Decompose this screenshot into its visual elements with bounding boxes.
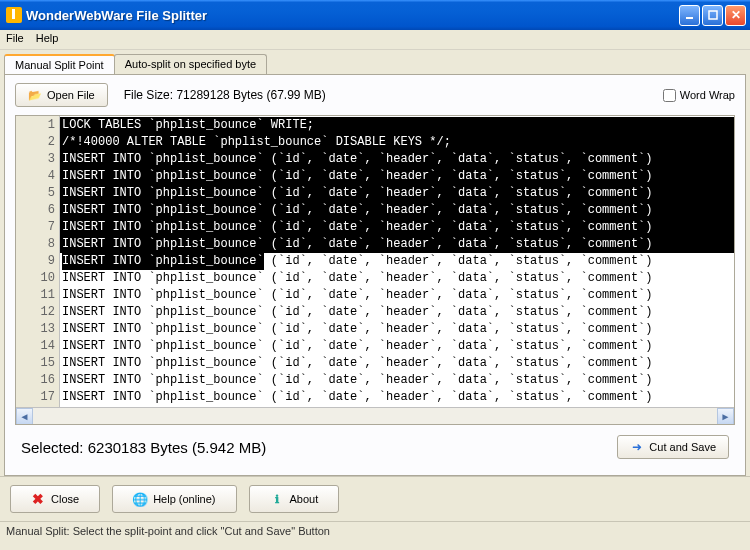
status-bar: Manual Split: Select the split-point and… — [0, 521, 750, 540]
word-wrap-toggle[interactable]: Word Wrap — [663, 89, 735, 102]
editor-line[interactable]: INSERT INTO `phplist_bounce` (`id`, `dat… — [60, 372, 734, 389]
editor-line[interactable]: INSERT INTO `phplist_bounce` (`id`, `dat… — [60, 185, 734, 202]
editor-line[interactable]: INSERT INTO `phplist_bounce` (`id`, `dat… — [60, 304, 734, 321]
menu-file[interactable]: File — [6, 32, 24, 47]
globe-icon: 🌐 — [133, 492, 147, 506]
tab-label: Manual Split Point — [15, 59, 104, 71]
close-button[interactable]: ✖ Close — [10, 485, 100, 513]
folder-open-icon: 📂 — [28, 88, 42, 102]
toolbar: 📂 Open File File Size: 71289128 Bytes (6… — [15, 83, 735, 107]
code-editor[interactable]: 1234567891011121314151617 LOCK TABLES `p… — [15, 115, 735, 425]
editor-content[interactable]: LOCK TABLES `phplist_bounce` WRITE;/*!40… — [60, 116, 734, 407]
menu-help[interactable]: Help — [36, 32, 59, 47]
scroll-right-button[interactable]: ► — [717, 408, 734, 425]
open-file-button[interactable]: 📂 Open File — [15, 83, 108, 107]
checkbox-label: Word Wrap — [680, 89, 735, 101]
tab-panel: 📂 Open File File Size: 71289128 Bytes (6… — [4, 74, 746, 476]
editor-line[interactable]: /*!40000 ALTER TABLE `phplist_bounce` DI… — [60, 134, 734, 151]
close-icon: ✖ — [31, 492, 45, 506]
editor-line[interactable]: INSERT INTO `phplist_bounce` (`id`, `dat… — [60, 270, 734, 287]
selection-size-label: Selected: 6230183 Bytes (5.942 MB) — [21, 439, 266, 456]
editor-line[interactable]: INSERT INTO `phplist_bounce` (`id`, `dat… — [60, 202, 734, 219]
window-title: WonderWebWare File Splitter — [26, 8, 679, 23]
editor-line[interactable]: INSERT INTO `phplist_bounce` (`id`, `dat… — [60, 151, 734, 168]
tab-label: Auto-split on specified byte — [125, 58, 256, 70]
window-close-button[interactable]: ✕ — [725, 5, 746, 26]
editor-line[interactable]: INSERT INTO `phplist_bounce` (`id`, `dat… — [60, 287, 734, 304]
editor-line[interactable]: INSERT INTO `phplist_bounce` (`id`, `dat… — [60, 168, 734, 185]
button-label: Open File — [47, 89, 95, 101]
status-text: Manual Split: Select the split-point and… — [6, 525, 330, 537]
tab-auto-split[interactable]: Auto-split on specified byte — [114, 54, 267, 74]
horizontal-scrollbar[interactable]: ◄ ► — [16, 407, 734, 424]
editor-line[interactable]: INSERT INTO `phplist_bounce` (`id`, `dat… — [60, 321, 734, 338]
maximize-button[interactable] — [702, 5, 723, 26]
editor-line[interactable]: LOCK TABLES `phplist_bounce` WRITE; — [60, 117, 734, 134]
scroll-left-button[interactable]: ◄ — [16, 408, 33, 425]
tabstrip: Manual Split Point Auto-split on specifi… — [0, 50, 750, 74]
editor-line[interactable]: INSERT INTO `phplist_bounce` (`id`, `dat… — [60, 338, 734, 355]
bottom-button-bar: ✖ Close 🌐 Help (online) ℹ About — [0, 476, 750, 521]
button-label: Close — [51, 493, 79, 505]
tab-manual-split[interactable]: Manual Split Point — [4, 54, 115, 74]
editor-line[interactable]: INSERT INTO `phplist_bounce` (`id`, `dat… — [60, 219, 734, 236]
selection-info-row: Selected: 6230183 Bytes (5.942 MB) ➜ Cut… — [15, 425, 735, 469]
scrollbar-track[interactable] — [33, 408, 717, 424]
button-label: Help (online) — [153, 493, 215, 505]
file-size-label: File Size: 71289128 Bytes (67.99 MB) — [124, 88, 326, 102]
line-number-gutter: 1234567891011121314151617 — [16, 116, 60, 407]
svg-rect-1 — [709, 11, 717, 19]
button-label: Cut and Save — [649, 441, 716, 453]
arrow-right-icon: ➜ — [630, 440, 644, 454]
window-controls: ✕ — [679, 5, 746, 26]
menubar: File Help — [0, 30, 750, 50]
minimize-button[interactable] — [679, 5, 700, 26]
app-icon — [6, 7, 22, 23]
cut-and-save-button[interactable]: ➜ Cut and Save — [617, 435, 729, 459]
editor-line[interactable]: INSERT INTO `phplist_bounce` (`id`, `dat… — [60, 389, 734, 406]
about-button[interactable]: ℹ About — [249, 485, 340, 513]
button-label: About — [290, 493, 319, 505]
window-titlebar: WonderWebWare File Splitter ✕ — [0, 0, 750, 30]
editor-line[interactable]: INSERT INTO `phplist_bounce` (`id`, `dat… — [60, 355, 734, 372]
svg-rect-0 — [686, 17, 693, 19]
editor-line[interactable]: INSERT INTO `phplist_bounce` (`id`, `dat… — [60, 253, 734, 270]
editor-line[interactable]: INSERT INTO `phplist_bounce` (`id`, `dat… — [60, 236, 734, 253]
help-online-button[interactable]: 🌐 Help (online) — [112, 485, 236, 513]
info-icon: ℹ — [270, 492, 284, 506]
word-wrap-checkbox[interactable] — [663, 89, 676, 102]
